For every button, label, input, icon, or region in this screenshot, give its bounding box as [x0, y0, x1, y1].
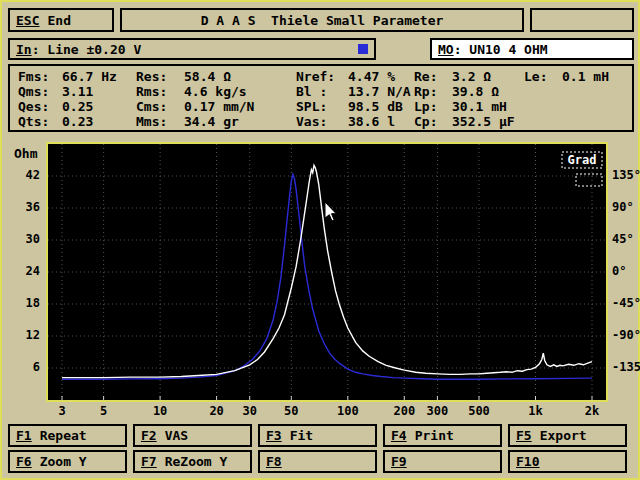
fkey-hotkey: F8 — [266, 454, 282, 469]
y-tick-label-ohm: 12 — [14, 328, 40, 342]
fkey-f2-button[interactable]: F2VAS — [133, 424, 252, 447]
y-tick-label-grad: -135° — [612, 360, 640, 374]
x-tick-label: 10 — [140, 404, 180, 418]
y-tick-label-ohm: 42 — [14, 168, 40, 182]
daas-screen: ESCEnd D A A S Thiele Small Parameter In… — [0, 0, 640, 480]
fkey-f7-button[interactable]: F7ReZoom Y — [133, 450, 252, 473]
fkey-f4-button[interactable]: F4Print — [383, 424, 502, 447]
fkey-label: ReZoom Y — [165, 454, 228, 469]
y-tick-label-grad: -90° — [612, 328, 640, 342]
x-tick-label: 1k — [516, 404, 556, 418]
fkey-label: Repeat — [40, 428, 87, 443]
fkey-hotkey: F4 — [391, 428, 407, 443]
fkey-hotkey: F7 — [141, 454, 157, 469]
x-tick-label: 2k — [572, 404, 612, 418]
fkey-hotkey: F2 — [141, 428, 157, 443]
x-tick-label: 50 — [271, 404, 311, 418]
fkey-hotkey: F10 — [516, 454, 539, 469]
y-tick-label-ohm: 30 — [14, 232, 40, 246]
y-tick-label-grad: 90° — [612, 200, 640, 214]
fkey-f1-button[interactable]: F1Repeat — [8, 424, 127, 447]
y-axis-left-unit-label: Ohm — [14, 146, 37, 161]
x-tick-label: 3 — [42, 404, 82, 418]
fkey-label: Fit — [290, 428, 313, 443]
x-tick-label: 100 — [328, 404, 368, 418]
fkey-label: Print — [415, 428, 454, 443]
x-tick-label: 500 — [459, 404, 499, 418]
fkey-hotkey: F5 — [516, 428, 532, 443]
fkey-hotkey: F1 — [16, 428, 32, 443]
y-tick-label-ohm: 24 — [14, 264, 40, 278]
fkey-label: VAS — [165, 428, 188, 443]
grad-legend-text: Grad — [568, 153, 597, 167]
y-tick-label-ohm: 18 — [14, 296, 40, 310]
x-tick-label: 30 — [230, 404, 270, 418]
fkey-f10-button[interactable]: F10 — [508, 450, 627, 473]
mouse-cursor — [325, 202, 336, 221]
impedance-plot[interactable]: Grad — [48, 144, 606, 400]
x-tick-label: 300 — [417, 404, 457, 418]
plot-frame: Grad — [46, 142, 608, 402]
y-tick-label-grad: 135° — [612, 168, 640, 182]
chart-area: Ohm Grad 35102030501002003005001k2k42135… — [2, 2, 638, 478]
y-tick-label-grad: 45° — [612, 232, 640, 246]
fkey-hotkey: F3 — [266, 428, 282, 443]
fkey-f3-button[interactable]: F3Fit — [258, 424, 377, 447]
y-tick-label-grad: 0° — [612, 264, 640, 278]
x-tick-label: 5 — [84, 404, 124, 418]
impedance-curve — [62, 165, 592, 377]
y-tick-label-ohm: 36 — [14, 200, 40, 214]
y-tick-label-ohm: 6 — [14, 360, 40, 374]
fkey-label: Export — [540, 428, 587, 443]
grad-legend: Grad — [562, 152, 602, 186]
y-tick-label-grad: -45° — [612, 296, 640, 310]
fkey-f6-button[interactable]: F6Zoom Y — [8, 450, 127, 473]
fkey-f9-button[interactable]: F9 — [383, 450, 502, 473]
fkey-hotkey: F9 — [391, 454, 407, 469]
fkey-f5-button[interactable]: F5Export — [508, 424, 627, 447]
fkey-f8-button[interactable]: F8 — [258, 450, 377, 473]
fkey-hotkey: F6 — [16, 454, 32, 469]
fkey-label: Zoom Y — [40, 454, 87, 469]
